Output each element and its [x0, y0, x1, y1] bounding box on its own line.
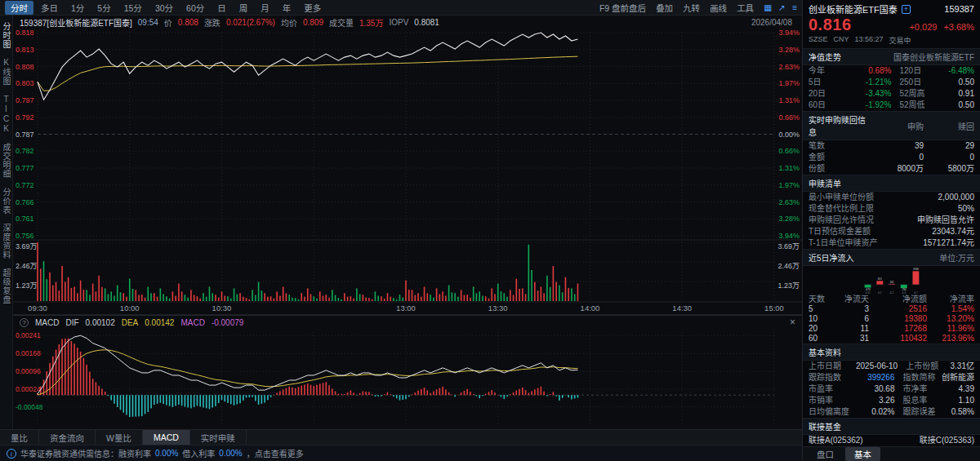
layout-grid-icon[interactable]: ▦	[764, 2, 772, 12]
content-row: 分时图K线图TICK成交明细分价表深度资料超级复盘 159387[创业板新能源E…	[0, 16, 802, 429]
change-value: 0.021(2.67%)	[226, 18, 275, 27]
fund-name: 国泰创业板新能源ETF	[893, 51, 974, 63]
sidebar-item-0[interactable]: 分时图	[0, 22, 12, 49]
svg-text:0.787: 0.787	[16, 131, 34, 139]
link-funds-row: 联接A(025362) 联接C(025363)	[803, 435, 980, 446]
toolbar-item-3[interactable]: 画线	[710, 2, 727, 14]
svg-text:3.94%: 3.94%	[778, 232, 800, 240]
period-tab-8[interactable]: 周	[234, 1, 254, 15]
redemption-row: 最小申赎单位份额2,000,000	[803, 192, 980, 203]
bottom-tab-4[interactable]: 实时申赎	[190, 430, 247, 445]
sidebar-item-1[interactable]: K线图	[0, 58, 12, 86]
redemption-list-header[interactable]: 申赎清单	[803, 175, 980, 192]
panel-tab-0[interactable]: 盘口	[808, 447, 843, 461]
svg-text:0.761: 0.761	[16, 215, 34, 223]
panel-tab-1[interactable]: 基本	[845, 447, 880, 461]
price-change-pct: +3.68%	[943, 22, 974, 32]
sidebar-item-3[interactable]: 成交明细	[0, 143, 12, 179]
svg-text:2.63%: 2.63%	[778, 63, 800, 71]
flow-table-row: 5325161.54%	[803, 304, 980, 314]
svg-text:4-7: 4-7	[914, 291, 918, 295]
toolbar-right: F9 盘前盘后叠加九转画线工具 ▦↗≡	[599, 2, 797, 14]
price-label: 价	[164, 16, 172, 29]
period-tab-11[interactable]: 更多	[298, 1, 327, 15]
subscription-row: 笔数3929	[803, 140, 980, 152]
period-tab-9[interactable]: 月	[255, 1, 275, 15]
redemption-row: T-1日单位申赎资产1571271.74元	[803, 237, 980, 249]
popout-icon[interactable]: ↗	[778, 2, 786, 12]
volume-chart[interactable]: 3.69万3.69万2.46万2.46万1.23万1.23万	[13, 241, 802, 303]
dea-label: DEA	[122, 318, 139, 327]
exchange-label: SZSE	[808, 35, 828, 46]
link-fund-c[interactable]: 联接C(025363)	[920, 436, 974, 445]
link-funds-title: 联接基金	[808, 420, 841, 432]
period-tab-10[interactable]: 年	[277, 1, 297, 15]
svg-text:821: 821	[878, 277, 882, 281]
stock-code: 159387	[944, 4, 974, 14]
panel-tabs: 盘口基本	[803, 446, 980, 461]
dif-value: 0.00102	[86, 318, 115, 327]
time-tick-7: 15:00	[764, 304, 784, 313]
toolbar-item-2[interactable]: 九转	[683, 2, 700, 14]
period-tabs: 分时多日1分5分15分30分60分日周月年更多	[5, 1, 327, 15]
time-tick-3: 13:00	[396, 304, 416, 313]
add-to-watchlist-icon[interactable]: +	[902, 5, 911, 14]
menu-icon[interactable]: ≡	[792, 2, 797, 12]
iopv-label: IOPV	[389, 18, 408, 27]
period-tab-1[interactable]: 多日	[35, 1, 64, 15]
svg-text:162: 162	[889, 281, 893, 284]
period-tab-4[interactable]: 15分	[118, 1, 148, 15]
redemption-rows: 最小申赎单位份额2,000,000现金替代比例上限50%申购赎回允许情况申购赎回…	[803, 192, 980, 249]
sidebar-item-6[interactable]: 超级复盘	[0, 268, 12, 304]
close-icon[interactable]: ×	[790, 317, 795, 328]
price-change-block: +0.029 +3.68%	[909, 22, 974, 32]
toolbar-item-0[interactable]: F9 盘前盘后	[599, 2, 646, 14]
svg-text:0.818: 0.818	[16, 29, 34, 37]
svg-text:0.782: 0.782	[16, 147, 34, 155]
indicator-tabs: 量比资金流向W量比MACD实时申赎	[0, 429, 802, 445]
link-fund-a[interactable]: 联接A(025362)	[808, 436, 863, 445]
bottom-tab-3[interactable]: MACD	[143, 430, 190, 445]
chart-region: 分时多日1分5分15分30分60分日周月年更多 F9 盘前盘后叠加九转画线工具 …	[0, 0, 802, 461]
sidebar-item-5[interactable]: 深度资料	[0, 224, 12, 259]
nav-section-header[interactable]: 净值走势 国泰创业板新能源ETF	[803, 48, 980, 65]
subscription-rows: 笔数3929金额00份额8000万5800万	[803, 140, 980, 175]
sidebar-item-2[interactable]: TICK	[2, 95, 11, 134]
flow-table-row: 6031110432213.96%	[803, 334, 980, 344]
change-label: 涨跌	[204, 16, 220, 29]
info-icon: i	[7, 449, 16, 459]
bottom-tab-2[interactable]: W量比	[96, 430, 143, 445]
flow-table-row: 1061938013.20%	[803, 314, 980, 324]
period-tab-3[interactable]: 5分	[91, 1, 116, 15]
period-tab-7[interactable]: 日	[212, 1, 232, 15]
macd-panel: ? MACD DIF 0.00102 DEA 0.00142 MACD -0.0…	[13, 315, 802, 429]
bottom-tab-0[interactable]: 量比	[0, 430, 39, 445]
basic-info-rows: 上市日期2025-06-10上市份额3.31亿跟踪指数399266指数简称创新能…	[803, 361, 980, 418]
avg-label: 均价	[281, 16, 297, 29]
macd-title: MACD	[35, 318, 59, 327]
help-icon[interactable]: ?	[20, 318, 29, 327]
period-tab-6[interactable]: 60分	[180, 1, 210, 15]
svg-text:2.46万: 2.46万	[16, 262, 38, 270]
toolbar-item-4[interactable]: 工具	[737, 2, 754, 14]
view-sidebar: 分时图K线图TICK成交明细分价表深度资料超级复盘	[0, 16, 13, 429]
basic-info-row: 上市日期2025-06-10上市份额3.31亿	[803, 361, 980, 372]
flow-table: 天数净流天净流额净流率5325161.54%1061938013.20%2011…	[803, 295, 980, 344]
period-tab-0[interactable]: 分时	[5, 1, 33, 15]
sidebar-item-4[interactable]: 分价表	[0, 188, 12, 215]
trading-app-window: 分时多日1分5分15分30分60分日周月年更多 F9 盘前盘后叠加九转画线工具 …	[0, 0, 980, 461]
time-tick-0: 09:30	[28, 304, 47, 313]
basic-info-header: 基本资料	[803, 344, 980, 361]
view-more-link[interactable]: ，点击查看更多	[247, 447, 304, 459]
redeem-col-header: 赎回	[924, 120, 974, 132]
toolbar-item-1[interactable]: 叠加	[656, 2, 673, 14]
intraday-price-chart[interactable]: 0.8183.94%0.8133.28%0.8082.63%0.8031.97%…	[13, 29, 802, 241]
svg-text:-0.00048: -0.00048	[16, 403, 43, 411]
subscription-title: 实时申购赎回信息	[808, 113, 866, 138]
bottom-tab-1[interactable]: 资金流向	[39, 430, 96, 445]
period-tab-5[interactable]: 30分	[149, 1, 179, 15]
macd-chart[interactable]: 0.002410.001680.000960.00024-0.00048	[13, 329, 802, 429]
period-tab-2[interactable]: 1分	[65, 1, 90, 15]
status-text-mid: 借入利率	[182, 447, 215, 459]
svg-text:0.00024: 0.00024	[16, 385, 41, 393]
